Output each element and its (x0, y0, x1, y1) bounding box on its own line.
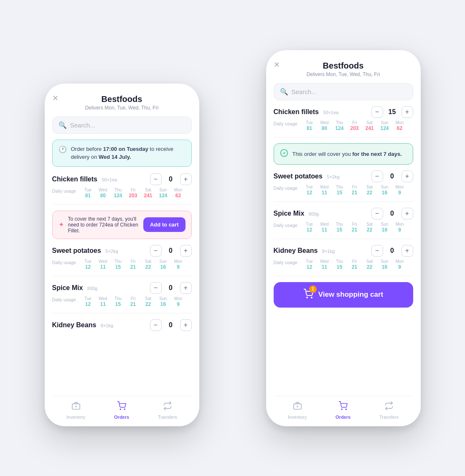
qty-plus-sp-right[interactable]: + (401, 171, 413, 182)
phone-left: ✕ Bestfoods Delivers Mon, Tue, Wed, Thu,… (45, 84, 199, 426)
svg-point-4 (125, 409, 125, 410)
day-mon: Mon62 (173, 188, 184, 199)
qty-value-chicken-right: 15 (387, 108, 397, 116)
daily-usage-days-left: Tue81 Wed80 Thu124 Fri203 Sat241 Sun124 … (83, 188, 184, 199)
inventory-icon-left (71, 401, 81, 413)
view-shopping-cart-button[interactable]: 1 View shopping cart (274, 282, 413, 308)
qty-value-sp-left: 0 (166, 247, 176, 255)
product-name-chicken-left: Chicken fillets 50×1ea (52, 176, 117, 183)
qty-plus-spice-left[interactable]: + (180, 282, 192, 294)
daily-usage-label-left: Daily usage (52, 188, 79, 193)
product-chicken-right: Chicken fillets 50×1ea − 15 + Daily usag… (274, 106, 413, 137)
nav-transfers-right[interactable]: Transfers (379, 401, 399, 420)
inventory-icon-right (293, 401, 302, 413)
qty-minus-chicken-left[interactable]: − (150, 173, 162, 185)
info-icon-left: 🕐 (58, 145, 67, 153)
qty-minus-sp-right[interactable]: − (371, 171, 383, 182)
day-wed: Wed80 (98, 188, 109, 199)
phone-header-left: ✕ Bestfoods Delivers Mon, Tue, Wed, Thu,… (52, 92, 192, 111)
close-button-right[interactable]: ✕ (274, 61, 280, 69)
nav-orders-label-left: Orders (114, 415, 129, 420)
qty-minus-kidney-right[interactable]: − (371, 245, 383, 257)
header-text-right: Bestfoods Delivers Mon, Tue, Wed, Thu, F… (307, 61, 380, 77)
day-thu: Thu124 (113, 188, 124, 199)
success-text: This order will cover you for the next 7… (292, 151, 402, 157)
qty-plus-kidney-right[interactable]: + (401, 245, 413, 257)
nav-inventory-label-left: Inventory (66, 415, 85, 420)
day-tue: Tue81 (83, 188, 94, 199)
phone-header-right: ✕ Bestfoods Delivers Mon, Tue, Wed, Thu,… (274, 59, 413, 77)
qty-minus-sp-left[interactable]: − (150, 245, 162, 257)
orders-icon-right (338, 401, 348, 413)
app-title-right: Bestfoods (307, 61, 380, 71)
cart-icon-wrapper: 1 (303, 289, 313, 301)
daily-usage-sp-left: Daily usage Tue12 Wed11 Thu15 Fri21 Sat2… (52, 259, 192, 270)
qty-minus-kidney-left[interactable]: − (150, 319, 162, 331)
header-text-left: Bestfoods Delivers Mon, Tue, Wed, Thu, F… (85, 94, 159, 111)
success-icon (280, 149, 288, 159)
view-cart-label: View shopping cart (318, 290, 384, 299)
orders-icon-left (117, 401, 126, 413)
search-placeholder-right: Search... (292, 88, 317, 95)
day-sat: Sat241 (143, 188, 154, 199)
search-placeholder-left: Search... (70, 122, 95, 129)
nav-transfers-label-left: Transfers (158, 415, 177, 420)
svg-point-7 (311, 297, 312, 298)
qty-plus-spice-right[interactable]: + (401, 208, 413, 219)
qty-plus-sp-left[interactable]: + (180, 245, 192, 257)
product-sweet-potatoes-left: Sweet potatoes 5×2kg − 0 + Daily usage T… (52, 245, 192, 276)
product-sweet-potatoes-right: Sweet potatoes 5×2kg − 0 + Daily usage T… (274, 171, 413, 202)
nav-orders-label-right: Orders (335, 415, 351, 420)
phone-right: ✕ Bestfoods Delivers Mon, Tue, Wed, Thu,… (266, 50, 421, 426)
nav-transfers-label-right: Transfers (379, 415, 399, 420)
qty-control-chicken-left: − 0 + (150, 173, 192, 185)
day-fri: Fri203 (128, 188, 139, 199)
qty-minus-spice-left[interactable]: − (150, 282, 162, 294)
qty-control-sp-left: − 0 + (150, 245, 192, 257)
nav-inventory-right[interactable]: Inventory (288, 401, 307, 420)
svg-point-12 (346, 409, 347, 410)
cart-badge: 1 (309, 285, 317, 293)
info-banner-left: 🕐 Order before 17:00 on Tuesday to recei… (52, 140, 192, 167)
product-header-sp-left: Sweet potatoes 5×2kg − 0 + (52, 245, 192, 257)
transfers-icon-left (163, 401, 172, 413)
qty-plus-chicken-left[interactable]: + (180, 173, 192, 185)
svg-point-11 (341, 409, 342, 410)
alert-text-left: To cover the next 7 days, you'll need to… (68, 216, 139, 234)
nav-orders-right[interactable]: Orders (335, 401, 351, 420)
product-header-chicken-left: Chicken fillets 50×1ea − 0 + (52, 173, 192, 185)
product-kidney-beans-left: Kidney Beans 8×1kg − 0 + (52, 319, 192, 339)
search-bar-left[interactable]: 🔍 Search... (52, 117, 192, 134)
nav-orders-left[interactable]: Orders (114, 401, 129, 420)
success-banner: This order will cover you for the next 7… (274, 143, 413, 165)
alert-banner-left: ✦ To cover the next 7 days, you'll need … (52, 211, 192, 239)
alert-icon-left: ✦ (58, 221, 64, 229)
product-kidney-beans-right: Kidney Beans 8×1kg − 0 + Daily usage Tue… (274, 245, 413, 276)
transfers-icon-right (384, 401, 394, 413)
search-icon-right: 🔍 (280, 88, 288, 96)
qty-minus-spice-right[interactable]: − (371, 208, 383, 219)
search-icon-left: 🔍 (58, 121, 67, 129)
app-subtitle-left: Delivers Mon, Tue, Wed, Thu, Fri (85, 105, 159, 111)
qty-plus-chicken-right[interactable]: + (401, 106, 413, 118)
daily-usage-chicken-left: Daily usage Tue81 Wed80 Thu124 Fri203 Sa… (52, 188, 192, 199)
day-sun: Sun124 (158, 188, 169, 199)
qty-plus-kidney-left[interactable]: + (180, 319, 192, 331)
info-text-left: Order before 17:00 on Tuesday to receive… (71, 145, 185, 161)
svg-point-3 (120, 409, 121, 410)
app-title-left: Bestfoods (85, 94, 159, 104)
qty-value-chicken-left: 0 (166, 176, 176, 183)
svg-point-6 (307, 297, 307, 298)
bottom-nav-left: Inventory Orders Transfers (52, 396, 192, 426)
add-to-cart-button[interactable]: Add to cart (143, 217, 185, 232)
product-spice-mix-left: Spice Mix 800g − 0 + Daily usage Tue12 W… (52, 282, 192, 313)
nav-transfers-left[interactable]: Transfers (158, 401, 177, 420)
product-name-sp-left: Sweet potatoes 5×2kg (52, 247, 118, 255)
bottom-nav-right: Inventory Orders Transfers (274, 396, 413, 426)
product-spice-mix-right: Spice Mix 800g − 0 + Daily usage Tue12 W… (274, 208, 413, 239)
nav-inventory-left[interactable]: Inventory (66, 401, 85, 420)
app-subtitle-right: Delivers Mon, Tue, Wed, Thu, Fri (307, 71, 380, 77)
search-bar-right[interactable]: 🔍 Search... (274, 83, 413, 100)
close-button-left[interactable]: ✕ (52, 94, 58, 102)
qty-minus-chicken-right[interactable]: − (371, 106, 383, 118)
